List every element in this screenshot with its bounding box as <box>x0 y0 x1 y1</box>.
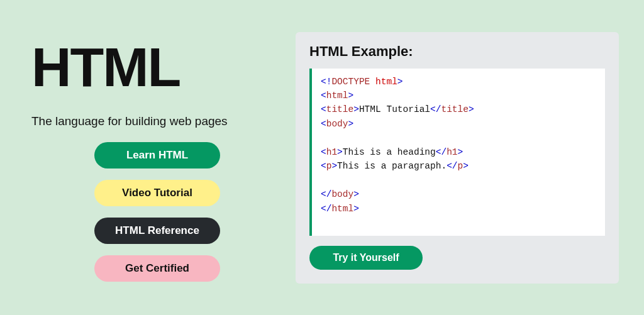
learn-html-button[interactable]: Learn HTML <box>94 142 220 169</box>
example-panel: HTML Example: <!DOCTYPE html> <html> <ti… <box>296 32 619 284</box>
intro-panel: HTML The language for building web pages… <box>25 23 289 293</box>
page-title: HTML <box>31 35 180 99</box>
example-title: HTML Example: <box>309 43 605 60</box>
page-subtitle: The language for building web pages <box>31 114 228 128</box>
code-example: <!DOCTYPE html> <html> <title>HTML Tutor… <box>309 69 605 236</box>
get-certified-button[interactable]: Get Certified <box>94 255 220 282</box>
video-tutorial-button[interactable]: Video Tutorial <box>94 180 220 206</box>
html-reference-button[interactable]: HTML Reference <box>94 218 220 244</box>
try-it-yourself-button[interactable]: Try it Yourself <box>309 246 423 270</box>
